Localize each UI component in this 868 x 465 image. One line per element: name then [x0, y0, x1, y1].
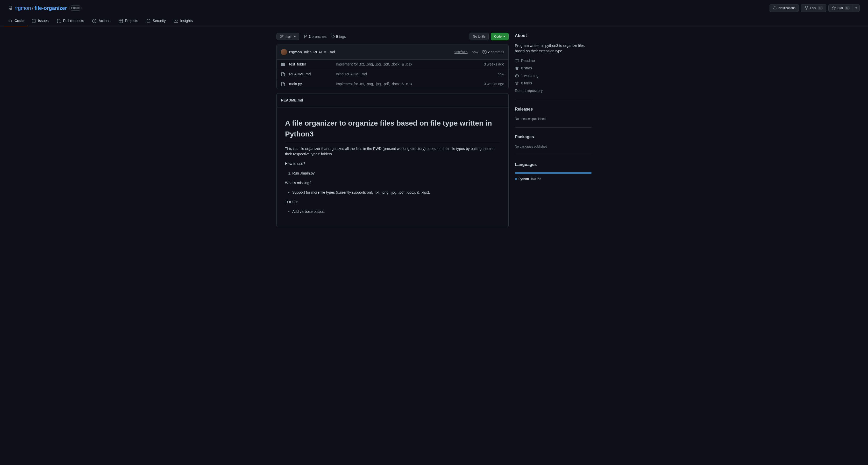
star-button[interactable]: Star 0 [828, 4, 853, 12]
code-icon [8, 19, 12, 23]
caret-down-icon [855, 7, 857, 8]
readme-link[interactable]: Readme [515, 58, 592, 63]
file-row: README.mdInitial README.mdnow [277, 69, 508, 79]
fork-label: Fork [810, 6, 816, 10]
file-time: 3 weeks ago [484, 62, 504, 67]
caret-down-icon [294, 36, 296, 37]
repo-owner-link[interactable]: rrgmon [14, 4, 31, 12]
readme-box: README.md A file organizer to organize f… [276, 93, 508, 227]
branch-icon [303, 34, 308, 39]
commit-message-link[interactable]: Initial README.md [304, 49, 335, 55]
issues-icon [32, 19, 36, 23]
table-icon [119, 19, 123, 23]
commit-hash[interactable]: 960fac5 [455, 50, 468, 54]
languages-heading: Languages [515, 162, 592, 168]
file-name-link[interactable]: README.md [289, 72, 311, 76]
forks-link[interactable]: 0 forks [515, 80, 592, 86]
tab-projects[interactable]: Projects [115, 16, 142, 26]
repo-name-link[interactable]: file-organizer [34, 4, 67, 12]
stars-link[interactable]: 0 stars [515, 66, 592, 71]
bell-icon [773, 6, 777, 10]
about-description: Program written in python3 to organize f… [515, 43, 592, 54]
files-box: rrgmon Initial README.md 960fac5 now 2 c… [276, 44, 508, 89]
caret-down-icon [503, 36, 505, 37]
star-icon [832, 6, 836, 10]
packages-heading: Packages [515, 134, 592, 140]
code-label: Code [494, 35, 502, 38]
avatar[interactable] [281, 49, 287, 55]
tag-icon [331, 34, 335, 39]
file-time: 3 weeks ago [484, 81, 504, 87]
fork-button[interactable]: Fork 0 [801, 4, 826, 12]
readme-title: A file organizer to organize files based… [285, 118, 500, 142]
tab-issues[interactable]: Issues [28, 16, 53, 26]
commit-time[interactable]: now [471, 49, 478, 55]
star-count: 0 [845, 6, 850, 10]
branch-icon [280, 34, 284, 39]
commit-author-link[interactable]: rrgmon [289, 49, 302, 55]
notifications-label: Notifications [779, 6, 796, 10]
releases-heading: Releases [515, 106, 592, 112]
visibility-badge: Public [69, 5, 82, 11]
file-time: now [497, 71, 504, 77]
tab-security[interactable]: Security [142, 16, 170, 26]
report-link[interactable]: Report repository [515, 88, 592, 94]
code-download-button[interactable]: Code [491, 33, 508, 40]
star-label: Star [837, 6, 843, 10]
tags-link[interactable]: 0 tags [331, 34, 346, 39]
star-dropdown-button[interactable] [853, 4, 860, 12]
languages-bar [515, 172, 592, 174]
file-commit-msg[interactable]: Implement for .txt, .png, .jpg, .pdf, .d… [336, 62, 412, 66]
file-name-link[interactable]: main.py [289, 82, 302, 86]
branches-link[interactable]: 2 branches [303, 34, 327, 39]
play-icon [92, 19, 96, 23]
tab-pull-requests[interactable]: Pull requests [53, 16, 88, 26]
fork-icon [515, 81, 519, 86]
lang-dot [515, 178, 517, 180]
language-item[interactable]: Python 100.0% [515, 176, 541, 181]
tab-actions[interactable]: Actions [88, 16, 115, 26]
folder-icon [281, 62, 285, 67]
branch-select-button[interactable]: main [276, 33, 299, 40]
pull-request-icon [57, 19, 61, 23]
history-icon [483, 50, 487, 54]
watching-link[interactable]: 1 watching [515, 73, 592, 78]
fork-icon [804, 6, 808, 10]
repo-title-group: rrgmon / file-organizer Public [8, 4, 82, 12]
tab-code[interactable]: Code [4, 16, 28, 26]
go-to-file-button[interactable]: Go to file [469, 33, 489, 40]
repo-icon [8, 6, 12, 10]
file-icon [281, 82, 285, 86]
file-icon [281, 72, 285, 76]
file-name-link[interactable]: test_folder [289, 62, 306, 66]
commits-link[interactable]: 2 commits [483, 49, 504, 55]
fork-count: 0 [818, 6, 823, 10]
file-commit-msg[interactable]: Initial README.md [336, 72, 367, 76]
notifications-button[interactable]: Notifications [770, 4, 799, 12]
repo-nav-tabs: Code Issues Pull requests Actions Projec… [0, 16, 868, 26]
star-icon [515, 66, 519, 70]
releases-empty: No releases published [515, 117, 592, 121]
about-heading: About [515, 33, 592, 39]
separator: / [32, 4, 33, 12]
file-commit-msg[interactable]: Implement for .txt, .png, .jpg, .pdf, .d… [336, 82, 412, 86]
shield-icon [146, 19, 151, 23]
packages-empty: No packages published [515, 144, 592, 149]
file-row: test_folderImplement for .txt, .png, .jp… [277, 60, 508, 69]
readme-content: A file organizer to organize files based… [277, 107, 508, 227]
eye-icon [515, 74, 519, 78]
tab-insights[interactable]: Insights [170, 16, 197, 26]
graph-icon [174, 19, 178, 23]
branch-name: main [285, 35, 292, 38]
book-icon [515, 59, 519, 63]
readme-filename-link[interactable]: README.md [281, 98, 303, 103]
file-row: main.pyImplement for .txt, .png, .jpg, .… [277, 79, 508, 89]
